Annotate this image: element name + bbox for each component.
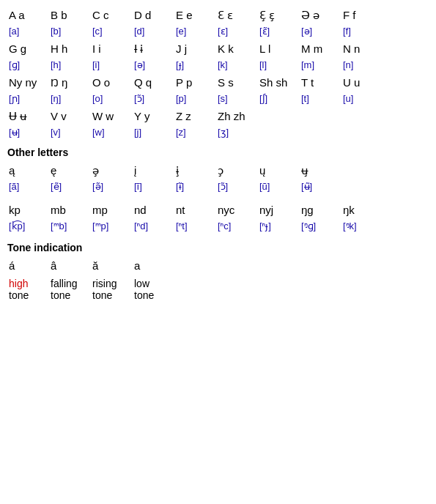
ipa: [p]	[176, 92, 215, 106]
letter: nt	[176, 202, 215, 219]
letter: Sh sh	[259, 75, 298, 92]
tone-cell-falling-letter: â	[49, 256, 91, 276]
other-letters-title: Other letters	[7, 147, 429, 158]
cell-kp: kp [k͡p]	[7, 201, 49, 234]
ipa: [ə]	[301, 24, 340, 39]
letter: Z z	[176, 108, 215, 125]
tone-cell-falling-label: falling tone	[49, 278, 91, 301]
letter: A a	[9, 7, 48, 24]
ipa: [ᵑɡ]	[301, 219, 340, 234]
ipa: [e]	[176, 24, 215, 39]
alphabet-section: A a [a] B b [b] C c [c] D d [d] E e [e] …	[7, 6, 429, 301]
row-3: Ny ny [ɲ] Ŋ ŋ [ŋ] O o [o] Q q [ɔ̃] P p […	[7, 73, 429, 107]
cell-Ll: L l [l]	[258, 40, 300, 73]
letter: mb	[51, 202, 89, 219]
cell-Zhzh: Zh zh [ʒ]	[216, 107, 258, 141]
tone-title: Tone indication	[7, 242, 429, 253]
letter: ʉ̧	[301, 163, 340, 179]
cell-Ii: I i [i]	[91, 40, 133, 73]
letter: nd	[134, 202, 173, 219]
ipa: [ʒ]	[218, 125, 256, 140]
cell-nd: nd [ⁿd]	[133, 201, 174, 234]
ipa: [ⁿt]	[176, 219, 215, 234]
letter: L l	[259, 41, 298, 58]
tone-high-sub: tone	[9, 289, 48, 301]
ipa: [j]	[134, 125, 173, 140]
ipa: [h]	[51, 58, 89, 73]
cell-Hh: H h [h]	[49, 40, 91, 73]
letter: S s	[218, 75, 256, 92]
cell-Epsc: Ɛ̧ ɛ̧ [ɛ̃]	[258, 6, 300, 40]
ipa: [ʉ]	[9, 125, 48, 140]
tone-cell-high-label: high tone	[7, 278, 49, 301]
ipa: [ũ]	[259, 179, 298, 194]
ipa: [ɟ]	[176, 58, 215, 73]
letter: Y y	[134, 108, 173, 125]
ipa: [ŋ]	[51, 92, 89, 106]
ipa: [o]	[92, 92, 131, 106]
ipa: [ⁿɟ]	[259, 219, 298, 234]
cell-Ee: E e [e]	[174, 6, 216, 40]
cell-Cc: C c [c]	[91, 6, 133, 40]
tone-cell-low-label: low tone	[133, 278, 174, 301]
ipa: [m]	[301, 58, 340, 73]
cell-Ff: F f [f]	[341, 6, 383, 40]
row-1: A a [a] B b [b] C c [c] D d [d] E e [e] …	[7, 6, 429, 40]
ipa: [ɛ̃]	[259, 24, 298, 39]
cell-mb: mb [ᵐb]	[49, 201, 91, 234]
letter: F f	[343, 7, 382, 24]
cell-schwa-cedilla: ə̧ [ə̃]	[91, 161, 133, 195]
letter: D d	[134, 7, 173, 24]
ipa: [ⁿd]	[134, 219, 173, 234]
cell-Jj: J j [ɟ]	[174, 40, 216, 73]
cell-Shsh: Sh sh [ʃ]	[258, 73, 300, 107]
cell-Yy: Y y [j]	[133, 107, 174, 141]
letter: Ɛ̧ ɛ̧	[259, 7, 298, 24]
cell-mp: mp [ᵐp]	[91, 201, 133, 234]
letter: ą	[9, 163, 48, 179]
cell-Dd: D d [d]	[133, 6, 174, 40]
ipa: [ɔ̃]	[134, 92, 173, 106]
tone-letter: â	[51, 258, 89, 275]
tone-cell-rising-label: rising tone	[91, 278, 133, 301]
cell-Zz: Z z [z]	[174, 107, 216, 141]
ipa: [ĩ]	[134, 179, 173, 194]
letter: N n	[343, 41, 382, 58]
letter: M m	[301, 41, 340, 58]
cell-nyj: nyj [ⁿɟ]	[258, 201, 300, 234]
cell-Schwa: Ə ə [ə]	[300, 6, 341, 40]
cell-Qq: Q q [ɔ̃]	[133, 73, 174, 107]
ipa: [ᵑk]	[343, 219, 382, 234]
letter: mp	[92, 202, 131, 219]
letter: E e	[176, 7, 215, 24]
cell-Uu: U u [u]	[341, 73, 383, 107]
letter: ɔ̧	[218, 163, 256, 179]
ipa: [t]	[301, 92, 340, 106]
letter: Ŋ ŋ	[51, 75, 89, 92]
cell-Aa: A a [a]	[7, 6, 49, 40]
ipa: [ᵐp]	[92, 219, 131, 234]
cell-u-cedilla: ų [ũ]	[258, 161, 300, 195]
letter: ə̧	[92, 163, 131, 179]
letter: P p	[176, 75, 215, 92]
letter: Ɛ ɛ	[218, 7, 256, 24]
row-2: G g [ɡ] H h [h] I i [i] Ɨ ɨ [ə] J j [ɟ] …	[7, 40, 429, 73]
cell-nk: ŋk [ᵑk]	[341, 201, 383, 234]
cell-Nyny: Ny ny [ɲ]	[7, 73, 49, 107]
ipa: [n]	[343, 58, 382, 73]
tone-rising-label: rising	[92, 278, 131, 289]
cell-Idot: Ɨ ɨ [ə]	[133, 40, 174, 73]
cell-Kk: K k [k]	[216, 40, 258, 73]
letter: Ny ny	[9, 75, 48, 92]
ipa: [z]	[176, 125, 215, 140]
letter: G g	[9, 41, 48, 58]
tone-cell-rising-letter: ă	[91, 256, 133, 276]
ipa: [ⁿc]	[218, 219, 256, 234]
ipa: [f]	[343, 24, 382, 39]
letter: O o	[92, 75, 131, 92]
ipa: [d]	[134, 24, 173, 39]
ipa: [ɛ]	[218, 24, 256, 39]
letter: ɨ̧	[176, 163, 215, 179]
letter: Ʉ ʉ	[9, 108, 48, 125]
letter: K k	[218, 41, 256, 58]
